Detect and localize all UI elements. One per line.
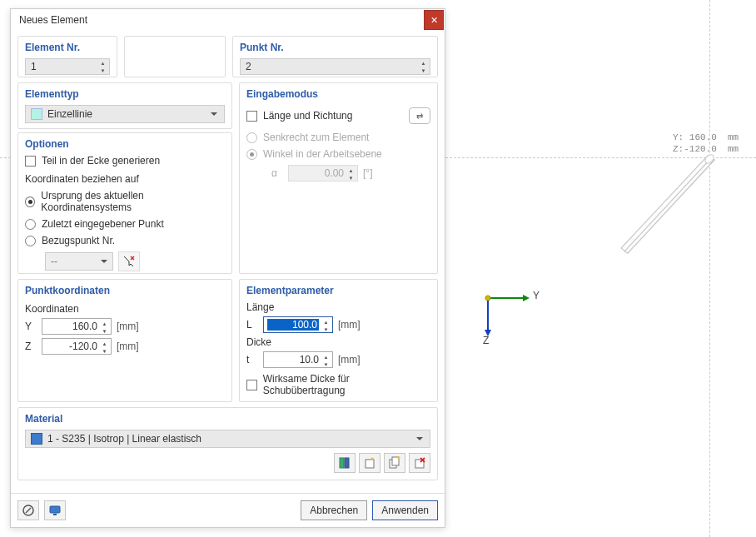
panel-title: Punkt Nr. (240, 42, 430, 53)
apply-button[interactable]: Anwenden (372, 500, 438, 520)
dialog-titlebar[interactable]: Neues Element ✕ (11, 9, 445, 31)
coord-ref-label: Koordinaten beziehen auf (25, 173, 225, 185)
panel-title: Material (25, 413, 430, 425)
axis-y-label: Y (533, 290, 540, 301)
combo-value: Einzellinie (47, 108, 92, 120)
svg-line-17 (26, 508, 31, 513)
svg-marker-4 (523, 295, 530, 301)
radio-icon (25, 236, 36, 246)
panel-elementparameter: Elementparameter Länge L 100.0 ▲▼ [mm] D… (239, 279, 438, 402)
radio-origin[interactable]: Ursprung des aktuellen Koordinatensystem… (25, 190, 225, 213)
radio-refpoint[interactable]: Bezugspunkt Nr. (25, 235, 225, 246)
spinner-icon[interactable]: ▲▼ (97, 59, 109, 74)
element-preview (616, 150, 724, 258)
axis-z-label: Z (483, 335, 489, 346)
material-new-button[interactable] (359, 453, 380, 473)
svg-rect-18 (50, 506, 60, 513)
radio-icon (25, 196, 35, 207)
z-input[interactable]: -120.0 ▲▼ (42, 338, 112, 355)
L-label: L (246, 319, 258, 331)
close-icon: ✕ (430, 15, 438, 26)
length-label: Länge (246, 301, 430, 313)
radio-icon (25, 219, 36, 230)
panel-empty (124, 36, 226, 77)
coordinate-system-icon: Y Z (481, 291, 556, 366)
spinner-icon[interactable]: ▲▼ (321, 353, 331, 368)
swap-icon: ⇄ (416, 112, 423, 121)
help-button[interactable] (17, 500, 39, 520)
spinner-icon[interactable]: ▲▼ (417, 59, 430, 74)
monitor-icon (48, 504, 62, 517)
panel-punktkoordinaten: Punktkoordinaten Koordinaten Y 160.0 ▲▼ … (17, 279, 232, 402)
y-input[interactable]: 160.0 ▲▼ (42, 318, 112, 335)
checkbox-icon (246, 380, 257, 390)
svg-rect-10 (366, 460, 374, 468)
svg-marker-1 (624, 158, 714, 253)
close-button[interactable]: ✕ (424, 10, 444, 30)
panel-title: Element Nr. (25, 42, 110, 53)
koordinaten-label: Koordinaten (25, 303, 225, 315)
coordinate-readout: Y: 160.0 mm Z:-120.0 mm (673, 132, 739, 155)
new-icon (363, 456, 376, 470)
combo-value: 1 - S235 | Isotrop | Linear elastisch (47, 433, 201, 445)
pick-point-icon (122, 255, 136, 268)
panel-material: Material 1 - S235 | Isotrop | Linear ela… (17, 407, 438, 480)
L-unit: [mm] (338, 319, 361, 331)
cancel-button[interactable]: Abbrechen (301, 500, 367, 520)
svg-marker-6 (485, 330, 491, 336)
dialog-footer: Abbrechen Anwenden (11, 493, 445, 527)
element-nr-input[interactable]: 1 ▲▼ (25, 58, 110, 75)
elementtyp-combo[interactable]: Einzellinie (25, 105, 225, 123)
length-input[interactable]: 100.0 ▲▼ (263, 316, 333, 333)
material-combo[interactable]: 1 - S235 | Isotrop | Linear elastisch (25, 430, 430, 448)
t-label: t (246, 354, 258, 365)
panel-elementtyp: Elementtyp Einzellinie (17, 82, 232, 129)
material-copy-button[interactable] (384, 453, 405, 473)
dialog-new-element: Neues Element ✕ Element Nr. 1 ▲▼ Punkt N… (10, 8, 445, 528)
checkbox-icon (25, 156, 36, 167)
dialog-title: Neues Element (19, 14, 423, 26)
book-icon (338, 456, 351, 470)
checkbox-length-direction[interactable]: Länge und Richtung (246, 110, 409, 122)
spinner-icon[interactable]: ▲▼ (99, 320, 110, 335)
checkbox-icon (246, 111, 257, 122)
z-label: Z (25, 341, 37, 352)
t-unit: [mm] (338, 354, 361, 365)
copy-icon (388, 456, 401, 470)
delete-icon (413, 456, 426, 470)
material-library-button[interactable] (334, 453, 356, 473)
panel-title: Elementparameter (246, 285, 430, 296)
radio-icon (246, 132, 257, 143)
panel-title: Eingabemodus (246, 88, 430, 100)
z-unit: [mm] (117, 341, 139, 352)
panel-title: Optionen (25, 138, 225, 150)
alpha-input: 0.00 ▲▼ (288, 165, 358, 181)
checkbox-effective-thickness[interactable]: Wirksame Dicke für Schubübertragung (246, 373, 430, 396)
checkbox-teil-ecke[interactable]: Teil in der Ecke generieren (25, 155, 225, 167)
spinner-icon[interactable]: ▲▼ (99, 340, 110, 355)
radio-last-point[interactable]: Zuletzt eingegebener Punkt (25, 218, 225, 230)
refpoint-combo[interactable]: -- (45, 252, 113, 271)
swap-direction-button[interactable]: ⇄ (409, 107, 430, 124)
panel-title: Elementtyp (25, 88, 225, 100)
svg-rect-8 (340, 458, 344, 468)
display-settings-button[interactable] (44, 500, 66, 520)
panel-title: Punktkoordinaten (25, 285, 225, 296)
punkt-nr-input[interactable]: 2 ▲▼ (240, 58, 430, 75)
thickness-label: Dicke (246, 336, 430, 348)
help-icon (22, 504, 35, 517)
y-unit: [mm] (117, 321, 139, 332)
spinner-icon: ▲▼ (346, 167, 356, 181)
radio-icon (246, 149, 257, 160)
panel-punkt-nr: Punkt Nr. 2 ▲▼ (232, 36, 438, 77)
panel-optionen: Optionen Teil in der Ecke generieren Koo… (17, 132, 232, 274)
svg-rect-9 (345, 458, 349, 468)
material-delete-button[interactable] (409, 453, 430, 473)
spinner-icon[interactable]: ▲▼ (321, 318, 331, 333)
crosshair-vertical (709, 0, 710, 537)
pick-point-button[interactable] (118, 251, 140, 271)
svg-rect-19 (53, 514, 57, 515)
panel-element-nr: Element Nr. 1 ▲▼ (17, 36, 117, 77)
thickness-input[interactable]: 10.0 ▲▼ (263, 351, 333, 368)
y-label: Y (25, 321, 37, 332)
